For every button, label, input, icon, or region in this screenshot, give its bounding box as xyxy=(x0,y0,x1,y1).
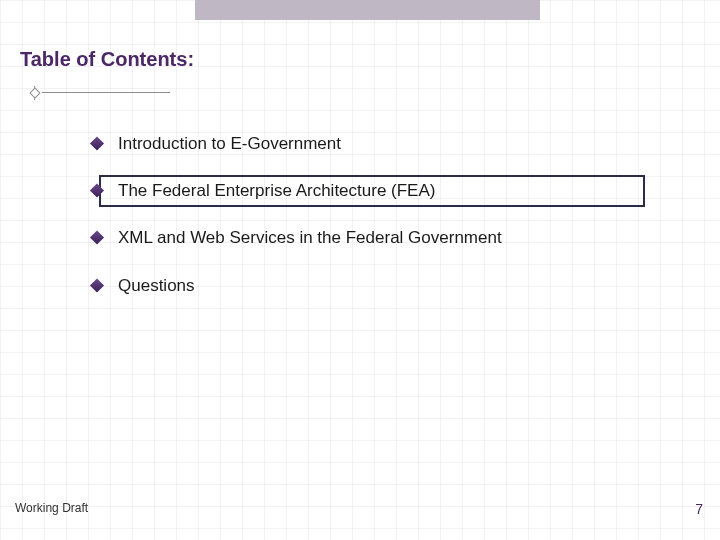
toc-item-label: Introduction to E-Government xyxy=(118,134,341,154)
toc-item-label: XML and Web Services in the Federal Gove… xyxy=(118,228,502,248)
toc-item-label: Questions xyxy=(118,276,195,296)
toc-item: XML and Web Services in the Federal Gove… xyxy=(92,214,652,262)
title-ornament xyxy=(28,86,170,100)
footer-status: Working Draft xyxy=(15,501,88,515)
diamond-bullet-icon xyxy=(90,230,104,244)
toc-item-current: The Federal Enterprise Architecture (FEA… xyxy=(92,168,652,214)
toc-item-label: The Federal Enterprise Architecture (FEA… xyxy=(118,181,435,201)
diamond-bullet-icon xyxy=(90,278,104,292)
diamond-bullet-icon xyxy=(90,136,104,150)
toc-item: Introduction to E-Government xyxy=(92,120,652,168)
header-decoration-bar xyxy=(195,0,540,20)
toc-list: Introduction to E-Government The Federal… xyxy=(92,120,652,310)
toc-item: Questions xyxy=(92,262,652,310)
page-number: 7 xyxy=(695,501,703,517)
diamond-bullet-icon xyxy=(90,183,104,197)
page-title: Table of Contents: xyxy=(20,48,194,71)
